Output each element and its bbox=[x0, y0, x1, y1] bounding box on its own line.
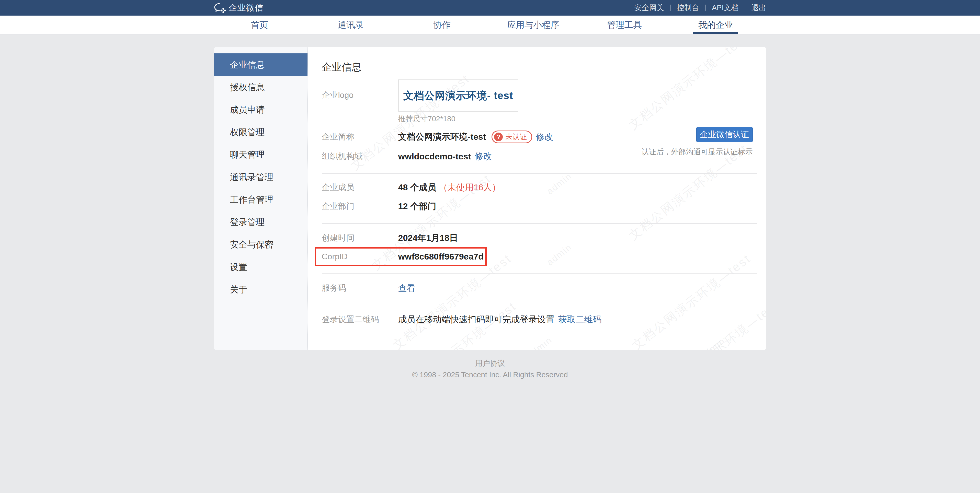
corpid-row: CorpID wwf8c680ff9679ea7d bbox=[322, 251, 484, 262]
servicecode-row: 服务码 查看 bbox=[322, 282, 415, 294]
domain-value: wwldocdemo-test bbox=[398, 152, 471, 162]
nav-tab-my-company[interactable]: 我的企业 bbox=[670, 16, 762, 34]
verify-note: 认证后，外部沟通可显示认证标示 bbox=[641, 147, 753, 157]
shortname-label: 企业简称 bbox=[322, 131, 398, 143]
unverified-badge[interactable]: ? 未认证 bbox=[492, 130, 532, 143]
footer: 用户协议 © 1998 - 2025 Tencent Inc. All Righ… bbox=[0, 358, 980, 379]
sidebar-item-contacts-mgmt[interactable]: 通讯录管理 bbox=[214, 166, 307, 188]
sidebar-item-login-mgmt[interactable]: 登录管理 bbox=[214, 211, 307, 233]
brand: 企业微信 bbox=[214, 2, 264, 14]
watermark-admin: admin bbox=[525, 334, 554, 350]
corpid-label: CorpID bbox=[322, 252, 398, 261]
topbar-links: 安全网关 控制台 API文档 退出 bbox=[635, 3, 766, 13]
sidebar-item-company-info[interactable]: 企业信息 bbox=[214, 53, 307, 76]
topbar: 企业微信 安全网关 控制台 API文档 退出 bbox=[0, 0, 980, 16]
watermark-text: 文档公网演示环境—test bbox=[389, 250, 515, 350]
qrcode-label: 登录设置二维码 bbox=[322, 314, 398, 325]
servicecode-view-link[interactable]: 查看 bbox=[398, 282, 415, 294]
members-row: 企业成员 48 个成员 （未使用16人） bbox=[322, 182, 501, 193]
topbar-link-security-gateway[interactable]: 安全网关 bbox=[635, 3, 664, 13]
created-value: 2024年1月18日 bbox=[398, 232, 458, 244]
watermark-text: 文档公网演示环境—test bbox=[656, 296, 766, 350]
settings-sidebar: 企业信息 授权信息 成员申请 权限管理 聊天管理 通讯录管理 工作台管理 登录管… bbox=[214, 47, 308, 350]
user-agreement-link[interactable]: 用户协议 bbox=[475, 358, 505, 369]
company-logo-image[interactable]: 文档公网演示环境- test bbox=[398, 79, 519, 112]
topbar-separator bbox=[745, 5, 745, 11]
watermark-admin: admin bbox=[698, 336, 727, 350]
qrcode-description: 成员在移动端快速扫码即可完成登录设置 bbox=[398, 314, 555, 325]
nav-tab-home[interactable]: 首页 bbox=[214, 16, 305, 34]
sidebar-item-about[interactable]: 关于 bbox=[214, 278, 307, 301]
company-logo-label: 企业logo bbox=[322, 90, 354, 101]
watermark-admin: admin bbox=[544, 171, 574, 197]
sidebar-item-security[interactable]: 安全与保密 bbox=[214, 233, 307, 256]
qrcode-row: 登录设置二维码 成员在移动端快速扫码即可完成登录设置 获取二维码 bbox=[322, 314, 602, 325]
sidebar-item-authorization[interactable]: 授权信息 bbox=[214, 76, 307, 98]
created-row: 创建时间 2024年1月18日 bbox=[322, 233, 458, 244]
shortname-edit-link[interactable]: 修改 bbox=[536, 131, 553, 143]
nav-tab-admin-tools[interactable]: 管理工具 bbox=[579, 16, 670, 34]
topbar-separator bbox=[670, 5, 671, 11]
main-nav: 首页 通讯录 协作 应用与小程序 管理工具 我的企业 bbox=[0, 16, 980, 35]
qrcode-get-link[interactable]: 获取二维码 bbox=[558, 314, 602, 325]
sidebar-item-permissions[interactable]: 权限管理 bbox=[214, 121, 307, 143]
divider bbox=[322, 336, 757, 336]
company-info-card: 文档公网演示环境—test 文档公网演示环境—test 文档公网演示环境—tes… bbox=[214, 47, 766, 350]
domain-edit-link[interactable]: 修改 bbox=[475, 151, 492, 162]
topbar-link-api-docs[interactable]: API文档 bbox=[712, 3, 739, 13]
divider bbox=[322, 71, 757, 71]
divider bbox=[322, 273, 757, 274]
members-value: 48 个成员 bbox=[398, 182, 436, 193]
nav-tab-apps[interactable]: 应用与小程序 bbox=[488, 16, 579, 34]
created-label: 创建时间 bbox=[322, 233, 398, 244]
divider bbox=[322, 223, 757, 224]
shortname-value: 文档公网演示环境-test bbox=[398, 131, 486, 143]
departments-row: 企业部门 12 个部门 bbox=[322, 201, 436, 212]
members-label: 企业成员 bbox=[322, 182, 398, 193]
company-logo-text: 文档公网演示环境- test bbox=[403, 89, 513, 103]
unverified-badge-label: 未认证 bbox=[505, 132, 527, 142]
brand-name: 企业微信 bbox=[229, 2, 264, 14]
watermark-admin: admin bbox=[544, 242, 574, 268]
page-title: 企业信息 bbox=[322, 60, 362, 74]
domain-row: 组织机构域 wwldocdemo-test 修改 bbox=[322, 151, 492, 162]
divider bbox=[322, 306, 757, 306]
servicecode-label: 服务码 bbox=[322, 282, 398, 294]
departments-label: 企业部门 bbox=[322, 201, 398, 212]
domain-label: 组织机构域 bbox=[322, 151, 398, 162]
members-unused-note: （未使用16人） bbox=[439, 182, 501, 193]
copyright: © 1998 - 2025 Tencent Inc. All Rights Re… bbox=[0, 371, 980, 379]
topbar-link-console[interactable]: 控制台 bbox=[677, 3, 699, 13]
departments-value: 12 个部门 bbox=[398, 201, 436, 212]
corpid-value: wwf8c680ff9679ea7d bbox=[398, 252, 484, 262]
nav-tab-contacts[interactable]: 通讯录 bbox=[305, 16, 396, 34]
logo-size-hint: 推荐尺寸702*180 bbox=[398, 114, 455, 124]
question-mark-icon: ? bbox=[494, 133, 503, 141]
watermark-text: 文档公网演示环境—test bbox=[628, 250, 754, 350]
divider bbox=[322, 173, 757, 174]
watermark-text: 文档公网演示环境—test bbox=[625, 47, 751, 133]
sidebar-item-settings[interactable]: 设置 bbox=[214, 256, 307, 278]
sidebar-item-member-apply[interactable]: 成员申请 bbox=[214, 98, 307, 121]
topbar-separator bbox=[705, 5, 706, 11]
wework-verify-button[interactable]: 企业微信认证 bbox=[696, 127, 753, 142]
sidebar-item-workbench-mgmt[interactable]: 工作台管理 bbox=[214, 188, 307, 211]
wechat-work-logo-icon bbox=[214, 3, 226, 13]
sidebar-item-chat-mgmt[interactable]: 聊天管理 bbox=[214, 143, 307, 166]
topbar-link-logout[interactable]: 退出 bbox=[751, 3, 766, 13]
nav-tab-collaboration[interactable]: 协作 bbox=[396, 16, 488, 34]
active-tab-underline bbox=[693, 32, 738, 34]
shortname-row: 企业简称 文档公网演示环境-test ? 未认证 修改 bbox=[322, 131, 554, 143]
